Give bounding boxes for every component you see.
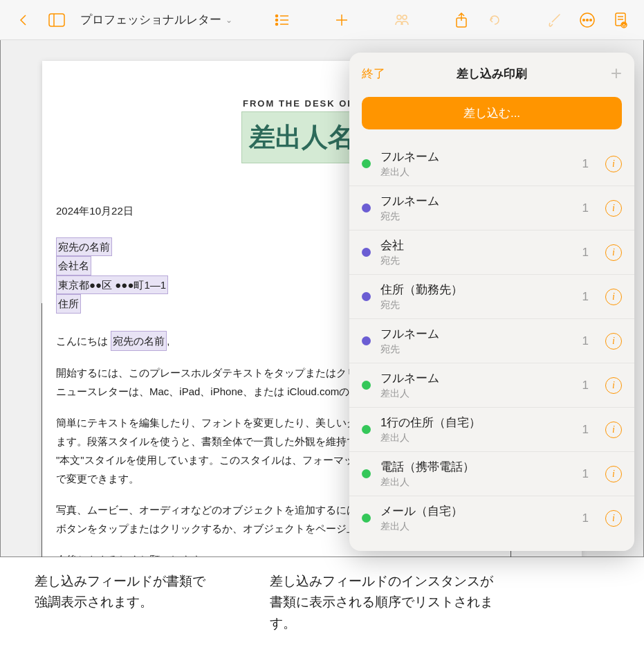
svg-point-4 [276, 19, 278, 21]
add-button[interactable] [326, 6, 357, 34]
toolbar: プロフェッショナルレター ⌄ [0, 0, 644, 40]
add-field-button[interactable]: + [611, 62, 622, 84]
field-name: 会社 [380, 237, 573, 253]
field-sub: 差出人 [380, 388, 573, 400]
field-texts: メール（自宅）差出人 [380, 503, 573, 533]
status-dot-icon [362, 292, 371, 301]
more-button[interactable] [572, 6, 602, 34]
field-texts: 1行の住所（自宅）差出人 [380, 415, 573, 444]
field-texts: フルネーム差出人 [380, 370, 573, 400]
closing-text: 今後ともよろしくお願いします。 [56, 550, 568, 557]
field-row[interactable]: フルネーム宛先1i [349, 318, 634, 363]
popover-title: 差し込み印刷 [349, 66, 634, 82]
info-button[interactable]: i [605, 466, 622, 482]
field-name: 電話（携帯電話） [380, 459, 573, 475]
info-button[interactable]: i [605, 422, 622, 438]
field-texts: 住所（勤務先）宛先 [380, 282, 573, 311]
svg-point-10 [397, 15, 401, 19]
status-dot-icon [362, 425, 371, 434]
status-dot-icon [362, 203, 371, 212]
field-count: 1 [582, 423, 589, 437]
svg-point-11 [403, 15, 407, 19]
company-field[interactable]: 会社名 [56, 256, 91, 275]
field-count: 1 [582, 201, 589, 215]
field-sub: 差出人 [380, 432, 573, 444]
field-row[interactable]: 電話（携帯電話）差出人1i [349, 451, 634, 496]
field-row[interactable]: メール（自宅）差出人1i [349, 496, 634, 540]
field-sub: 差出人 [380, 520, 573, 533]
field-texts: フルネーム差出人 [380, 149, 573, 179]
list-button[interactable] [267, 6, 297, 34]
svg-point-16 [590, 19, 592, 21]
info-button[interactable]: i [605, 200, 622, 217]
field-count: 1 [582, 157, 589, 171]
field-sub: 宛先 [380, 343, 573, 356]
field-texts: 会社宛先 [380, 237, 573, 267]
merge-button[interactable]: 差し込む... [362, 97, 622, 129]
field-name: 1行の住所（自宅） [380, 415, 573, 431]
status-dot-icon [362, 381, 371, 390]
field-name: 住所（勤務先） [380, 282, 573, 298]
greeting-suffix: , [167, 335, 169, 347]
field-sub: 差出人 [380, 166, 573, 179]
field-row[interactable]: フルネーム差出人1i [349, 142, 634, 185]
chevron-down-icon: ⌄ [226, 15, 232, 25]
mail-merge-popover: 終了 差し込み印刷 + 差し込む... フルネーム差出人1iフルネーム宛先1i会… [349, 53, 634, 551]
sender-name-field[interactable]: 差出人名 [241, 111, 362, 163]
undo-button[interactable] [479, 6, 510, 34]
field-row[interactable]: フルネーム差出人1i [349, 363, 634, 407]
info-button[interactable]: i [605, 289, 622, 305]
street-field[interactable]: 住所 [56, 294, 81, 314]
done-button[interactable]: 終了 [362, 66, 385, 82]
field-sub: 宛先 [380, 210, 573, 223]
info-button[interactable]: i [605, 156, 622, 172]
field-sub: 差出人 [380, 476, 573, 489]
field-name: フルネーム [380, 370, 573, 386]
recipient-name-field[interactable]: 宛先の名前 [56, 237, 112, 257]
back-button[interactable] [8, 6, 39, 34]
info-button[interactable]: i [605, 510, 622, 527]
field-count: 1 [582, 467, 589, 481]
info-button[interactable]: i [605, 377, 622, 394]
collab-button[interactable] [387, 6, 417, 34]
info-button[interactable]: i [605, 333, 622, 350]
field-count: 1 [582, 246, 589, 260]
field-row[interactable]: 1行の住所（自宅）差出人1i [349, 407, 634, 451]
svg-point-15 [587, 19, 589, 21]
field-count: 1 [582, 290, 589, 304]
field-name: フルネーム [380, 326, 573, 342]
popover-arrow [586, 53, 602, 54]
callouts: 差し込みフィールドが書類で強調表示されます。 差し込みフィールドのインスタンスが… [0, 557, 644, 661]
field-row[interactable]: フルネーム宛先1i [349, 185, 634, 230]
svg-rect-0 [49, 14, 64, 26]
field-texts: フルネーム宛先 [380, 326, 573, 356]
svg-point-14 [583, 19, 585, 21]
field-texts: 電話（携帯電話）差出人 [380, 459, 573, 489]
status-dot-icon [362, 469, 371, 478]
callout-left: 差し込みフィールドが書類で強調表示されます。 [35, 571, 214, 647]
callout-line-left [42, 303, 50, 573]
svg-point-2 [276, 15, 278, 17]
document-options-button[interactable] [605, 6, 636, 34]
field-count: 1 [582, 334, 589, 348]
field-row[interactable]: 会社宛先1i [349, 230, 634, 274]
document-title-text: プロフェッショナルレター [80, 12, 221, 28]
status-dot-icon [362, 159, 371, 168]
info-button[interactable]: i [605, 244, 622, 261]
document-title[interactable]: プロフェッショナルレター ⌄ [80, 12, 232, 28]
greeting-recipient-field[interactable]: 宛先の名前 [111, 331, 167, 351]
field-list: フルネーム差出人1iフルネーム宛先1i会社宛先1i住所（勤務先）宛先1iフルネー… [349, 142, 634, 551]
field-count: 1 [582, 511, 589, 525]
format-brush-button[interactable] [539, 6, 569, 34]
popover-header: 終了 差し込み印刷 + [349, 53, 634, 91]
city-field[interactable]: 東京都●●区 ●●●町1—1 [56, 275, 168, 295]
greeting-prefix: こんにちは [56, 335, 111, 347]
field-name: メール（自宅） [380, 503, 573, 519]
field-count: 1 [582, 379, 589, 392]
status-dot-icon [362, 336, 371, 345]
callout-right: 差し込みフィールドのインスタンスが書類に表示される順序でリストされます。 [270, 571, 505, 647]
sidebar-toggle[interactable] [42, 6, 72, 34]
field-row[interactable]: 住所（勤務先）宛先1i [349, 274, 634, 318]
share-button[interactable] [446, 6, 477, 34]
field-texts: フルネーム宛先 [380, 193, 573, 223]
